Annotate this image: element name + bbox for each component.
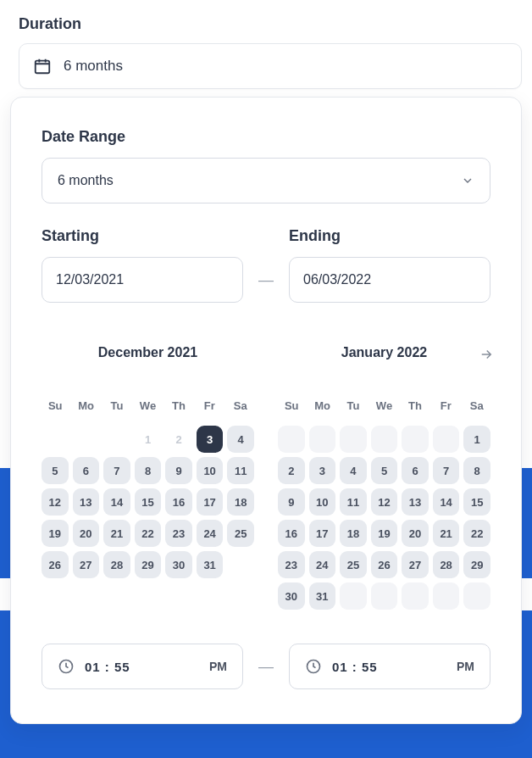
calendar-day[interactable]: 8: [135, 457, 162, 484]
svg-rect-0: [36, 61, 50, 74]
calendar-day[interactable]: 12: [371, 488, 398, 516]
calendar-day[interactable]: 15: [135, 488, 162, 516]
clock-icon: [58, 658, 75, 675]
start-time-field[interactable]: 01 : 55 PM: [42, 644, 243, 689]
calendar-day[interactable]: 13: [73, 488, 100, 516]
calendar-day[interactable]: 25: [227, 520, 254, 547]
start-time-period: PM: [209, 660, 227, 673]
duration-field[interactable]: 6 months: [19, 43, 522, 89]
calendar-day[interactable]: 4: [227, 426, 254, 453]
calendar-day[interactable]: 18: [340, 520, 367, 547]
calendar-day[interactable]: 22: [135, 520, 162, 547]
dow-label: Fr: [196, 399, 223, 412]
calendar-day[interactable]: 30: [165, 551, 192, 578]
month-b-title: January 2022: [278, 345, 490, 360]
calendar-day[interactable]: 10: [309, 488, 336, 516]
calendar-day[interactable]: 1: [463, 426, 490, 453]
calendar-day[interactable]: 16: [165, 488, 192, 516]
calendar-day[interactable]: 20: [402, 520, 429, 547]
calendar-day[interactable]: 17: [309, 520, 336, 547]
end-time-value: 01 : 55: [332, 660, 378, 674]
calendar-cell-empty: [371, 582, 398, 610]
calendar-day[interactable]: 8: [463, 457, 490, 484]
calendar-day[interactable]: 28: [103, 551, 130, 578]
calendar-day[interactable]: 9: [165, 457, 192, 484]
calendar-day[interactable]: 26: [42, 551, 69, 578]
calendar-day[interactable]: 30: [278, 582, 305, 610]
calendar-day[interactable]: 27: [402, 551, 429, 578]
calendar-day[interactable]: 16: [278, 520, 305, 547]
calendar-day[interactable]: 17: [197, 488, 224, 516]
duration-label: Duration: [19, 15, 522, 33]
starting-input[interactable]: 12/03/2021: [42, 257, 243, 303]
month-a-title: December 2021: [42, 345, 254, 360]
dow-label: Sa: [227, 399, 254, 412]
dow-label: Sa: [463, 399, 490, 412]
calendar-day[interactable]: 11: [227, 457, 254, 484]
time-separator: —: [258, 658, 274, 676]
calendar-day[interactable]: 18: [227, 488, 254, 516]
calendar-day[interactable]: 19: [371, 520, 398, 547]
calendar-cell-empty: [103, 426, 130, 453]
calendar-day[interactable]: 4: [340, 457, 367, 484]
calendar-cell-empty: [402, 426, 429, 453]
calendar-day[interactable]: 11: [340, 488, 367, 516]
calendar-day[interactable]: 24: [197, 520, 224, 547]
ending-label: Ending: [289, 227, 490, 245]
calendar-day[interactable]: 24: [309, 551, 336, 578]
calendar-month-b: January 2022 SuMoTuWeThFrSa 123456789101…: [278, 345, 490, 610]
calendar-day[interactable]: 25: [340, 551, 367, 578]
end-time-field[interactable]: 01 : 55 PM: [289, 644, 490, 689]
calendar-day[interactable]: 15: [463, 488, 490, 516]
dow-label: We: [370, 399, 397, 412]
calendar-day[interactable]: 28: [433, 551, 460, 578]
date-range-panel: Date Range 6 months Starting 12/03/2021 …: [10, 97, 522, 724]
calendar-day[interactable]: 23: [165, 520, 192, 547]
calendar-day[interactable]: 3: [197, 426, 224, 453]
calendar-day[interactable]: 20: [73, 520, 100, 547]
calendar-day[interactable]: 31: [309, 582, 336, 610]
range-select[interactable]: 6 months: [42, 158, 490, 203]
calendar-day[interactable]: 19: [42, 520, 69, 547]
calendar-day[interactable]: 7: [433, 457, 460, 484]
end-time-period: PM: [457, 660, 474, 673]
calendar-day[interactable]: 5: [371, 457, 398, 484]
calendar-day[interactable]: 31: [197, 551, 224, 578]
ending-value: 06/03/2022: [303, 272, 371, 287]
calendar-day[interactable]: 9: [278, 488, 305, 516]
calendar-day[interactable]: 2: [165, 426, 192, 453]
calendar-day[interactable]: 2: [278, 457, 305, 484]
calendar-day[interactable]: 27: [73, 551, 100, 578]
calendar-day[interactable]: 29: [463, 551, 490, 578]
calendar-day[interactable]: 21: [433, 520, 460, 547]
dow-label: Fr: [432, 399, 459, 412]
calendar-day[interactable]: 26: [371, 551, 398, 578]
clock-icon: [305, 658, 322, 675]
calendar-day[interactable]: 5: [42, 457, 69, 484]
calendar-day[interactable]: 29: [135, 551, 162, 578]
calendar-day[interactable]: 14: [103, 488, 130, 516]
calendar-day[interactable]: 6: [402, 457, 429, 484]
calendar-day[interactable]: 12: [42, 488, 69, 516]
calendar-day[interactable]: 7: [103, 457, 130, 484]
calendar-day[interactable]: 13: [402, 488, 429, 516]
date-range-label: Date Range: [42, 128, 490, 146]
calendar-day[interactable]: 3: [309, 457, 336, 484]
dow-label: Su: [42, 399, 69, 412]
dow-label: Tu: [340, 399, 367, 412]
calendar-cell-empty: [309, 426, 336, 453]
calendar-day[interactable]: 6: [73, 457, 100, 484]
next-month-button[interactable]: [479, 347, 494, 365]
calendar-day[interactable]: 1: [135, 426, 162, 453]
calendar-day[interactable]: 10: [197, 457, 224, 484]
calendar-day[interactable]: 14: [433, 488, 460, 516]
ending-input[interactable]: 06/03/2022: [289, 257, 490, 303]
dow-label: Mo: [72, 399, 99, 412]
calendar-day[interactable]: 23: [278, 551, 305, 578]
calendar-day[interactable]: 22: [463, 520, 490, 547]
chevron-down-icon: [461, 174, 474, 187]
calendar-day[interactable]: 21: [103, 520, 130, 547]
start-time-value: 01 : 55: [85, 660, 130, 674]
calendar-cell-empty: [340, 426, 367, 453]
arrow-right-icon: [479, 347, 494, 362]
